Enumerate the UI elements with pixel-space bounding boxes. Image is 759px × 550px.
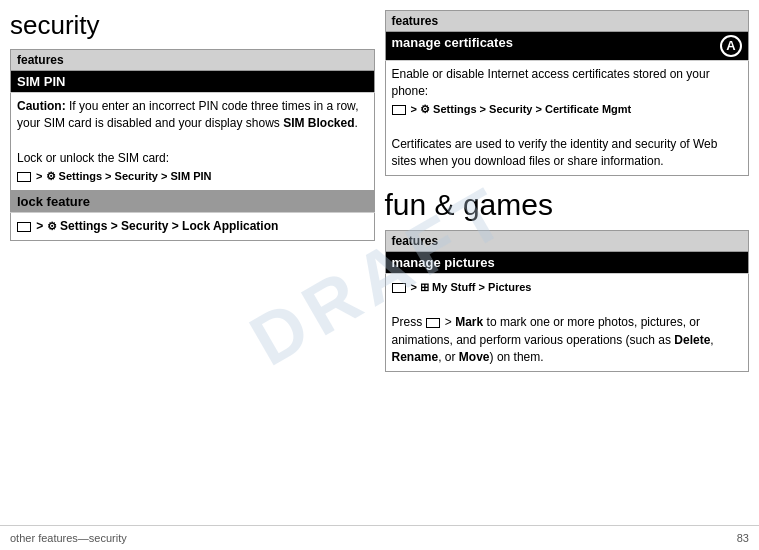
manage-pictures-row: manage pictures: [385, 252, 749, 274]
sim-blocked-label: SIM Blocked: [283, 116, 354, 130]
cert-content: Enable or disable Internet access certif…: [385, 61, 749, 176]
pictures-text: > ⊞ My Stuff > Pictures Press > Mark to …: [385, 274, 749, 372]
right-column: features manage certificates A Enable or…: [385, 10, 750, 525]
menu-icon-1: [17, 172, 31, 182]
features-header-label: features: [11, 50, 375, 71]
or-text: , or: [438, 350, 459, 364]
period: .: [355, 116, 358, 130]
lock-line: Lock or unlock the SIM card:: [17, 151, 169, 165]
settings-icon-3: ⚙: [420, 103, 430, 115]
cert-nav-path: > ⚙ Settings > Security > Certificate Mg…: [392, 103, 632, 115]
fun-games-title: fun & games: [385, 188, 750, 222]
lock-feature-row: lock feature: [11, 190, 375, 212]
comma-1: ,: [710, 333, 713, 347]
pictures-content: > ⊞ My Stuff > Pictures Press > Mark to …: [385, 274, 749, 372]
menu-icon-5: [426, 318, 440, 328]
cert-text: Enable or disable Internet access certif…: [385, 61, 749, 176]
pictures-table: features manage pictures > ⊞ My Stuff > …: [385, 230, 750, 372]
press-text1: Press: [392, 315, 426, 329]
enable-text: Enable or disable Internet access certif…: [392, 67, 710, 98]
manage-certs-label: manage certificates A: [385, 32, 749, 61]
lock-nav-path: > ⚙ Settings > Security > Lock Applicati…: [11, 212, 375, 240]
cert-verify-text: Certificates are used to verify the iden…: [392, 137, 718, 168]
manage-certs-row: manage certificates A: [385, 32, 749, 61]
rename-bold: Rename: [392, 350, 439, 364]
menu-icon-4: [392, 283, 406, 293]
manage-pictures-label: manage pictures: [385, 252, 749, 274]
security-table: features SIM PIN Caution: If you enter a…: [10, 49, 375, 241]
mark-arrow: >: [442, 315, 456, 329]
caution-label: Caution:: [17, 99, 66, 113]
nav1-path: > ⚙ Settings > Security > SIM PIN: [17, 170, 211, 182]
sim-pin-content: Caution: If you enter an incorrect PIN c…: [11, 93, 375, 191]
footer-left: other features—security: [10, 532, 127, 544]
cert-features-header: features: [385, 11, 749, 32]
sim-pin-label: SIM PIN: [11, 71, 375, 93]
page: DRAFT security features SIM PIN Caution:…: [0, 0, 759, 550]
content-area: security features SIM PIN Caution: If yo…: [0, 0, 759, 525]
mystuff-icon: ⊞: [420, 281, 429, 293]
lock-feature-content: > ⚙ Settings > Security > Lock Applicati…: [11, 212, 375, 240]
footer-right: 83: [737, 532, 749, 544]
cert-icon: A: [720, 35, 742, 57]
close-paren: ) on them.: [490, 350, 544, 364]
certificates-table: features manage certificates A Enable or…: [385, 10, 750, 176]
pictures-features-header: features: [385, 231, 749, 252]
sim-pin-row: SIM PIN: [11, 71, 375, 93]
left-column: security features SIM PIN Caution: If yo…: [10, 10, 375, 525]
table-header-row: features: [11, 50, 375, 71]
pictures-header-row: features: [385, 231, 749, 252]
settings-icon-1: ⚙: [46, 170, 56, 182]
sim-pin-text: Caution: If you enter an incorrect PIN c…: [11, 93, 375, 191]
pictures-nav: > ⊞ My Stuff > Pictures: [392, 281, 532, 293]
mark-bold: Mark: [455, 315, 483, 329]
move-bold: Move: [459, 350, 490, 364]
footer: other features—security 83: [0, 525, 759, 550]
settings-icon-2: ⚙: [47, 220, 57, 232]
delete-bold: Delete: [674, 333, 710, 347]
menu-icon-3: [392, 105, 406, 115]
lock-feature-label: lock feature: [11, 190, 375, 212]
security-title: security: [10, 10, 375, 41]
menu-icon-2: [17, 222, 31, 232]
cert-header-row: features: [385, 11, 749, 32]
